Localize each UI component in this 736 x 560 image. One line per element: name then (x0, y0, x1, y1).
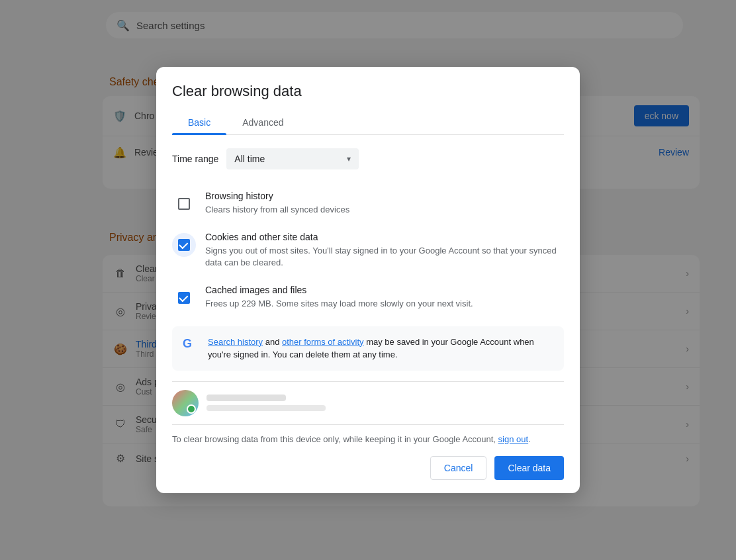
cookies-item: Cookies and other site data Signs you ou… (172, 224, 564, 277)
google-info-box: G Search history and other forms of acti… (172, 326, 564, 371)
cached-images-checkbox[interactable] (178, 292, 190, 304)
account-avatar (172, 390, 199, 416)
account-email-blurred (207, 405, 326, 411)
time-range-select[interactable]: All time ▾ (226, 148, 359, 169)
cookies-checkbox[interactable] (178, 239, 190, 251)
tab-basic[interactable]: Basic (172, 111, 226, 134)
cached-images-desc: Frees up 229 MB. Some sites may load mor… (205, 298, 564, 310)
modal-overlay: Clear browsing data Basic Advanced Time … (0, 0, 736, 560)
browsing-history-title: Browsing history (205, 191, 564, 201)
tab-bar: Basic Advanced (172, 111, 564, 135)
info-and-text: and (263, 337, 282, 347)
tab-advanced[interactable]: Advanced (226, 111, 299, 134)
account-name-blurred (207, 395, 286, 401)
cookies-content: Cookies and other site data Signs you ou… (205, 232, 564, 269)
sign-out-link[interactable]: sign out (498, 434, 529, 444)
cookies-title: Cookies and other site data (205, 232, 564, 242)
dialog-buttons: Cancel Clear data (172, 456, 564, 480)
dropdown-arrow-icon: ▾ (347, 154, 351, 163)
google-logo-icon: G (183, 337, 199, 353)
cached-images-content: Cached images and files Frees up 229 MB.… (205, 285, 564, 310)
time-range-row: Time range All time ▾ (172, 148, 564, 169)
browsing-history-desc: Clears history from all synced devices (205, 204, 564, 216)
browsing-history-checkbox[interactable] (178, 198, 190, 210)
clear-data-button[interactable]: Clear data (494, 456, 564, 480)
cancel-button[interactable]: Cancel (430, 456, 487, 480)
cached-images-item: Cached images and files Frees up 229 MB.… (172, 277, 564, 318)
account-info (207, 395, 564, 411)
time-range-label: Time range (172, 154, 218, 164)
other-forms-link[interactable]: other forms of activity (282, 337, 364, 347)
cached-images-title: Cached images and files (205, 285, 564, 295)
cookies-checkbox-wrap (172, 233, 196, 257)
search-history-link[interactable]: Search history (208, 337, 263, 347)
signed-in-notice: To clear browsing data from this device … (172, 433, 564, 446)
time-range-value: All time (234, 154, 342, 164)
browsing-history-checkbox-wrap (172, 192, 196, 216)
cached-images-checkbox-wrap (172, 286, 196, 310)
dialog-title: Clear browsing data (172, 83, 564, 100)
browsing-history-content: Browsing history Clears history from all… (205, 191, 564, 216)
account-row (172, 381, 564, 425)
info-box-text: Search history and other forms of activi… (208, 336, 553, 361)
signed-in-notice-text: To clear browsing data from this device … (172, 434, 498, 444)
cookies-desc: Signs you out of most sites. You'll stay… (205, 245, 564, 269)
clear-browsing-data-dialog: Clear browsing data Basic Advanced Time … (156, 67, 580, 493)
browsing-history-item: Browsing history Clears history from all… (172, 183, 564, 224)
sign-out-suffix: . (528, 434, 531, 444)
